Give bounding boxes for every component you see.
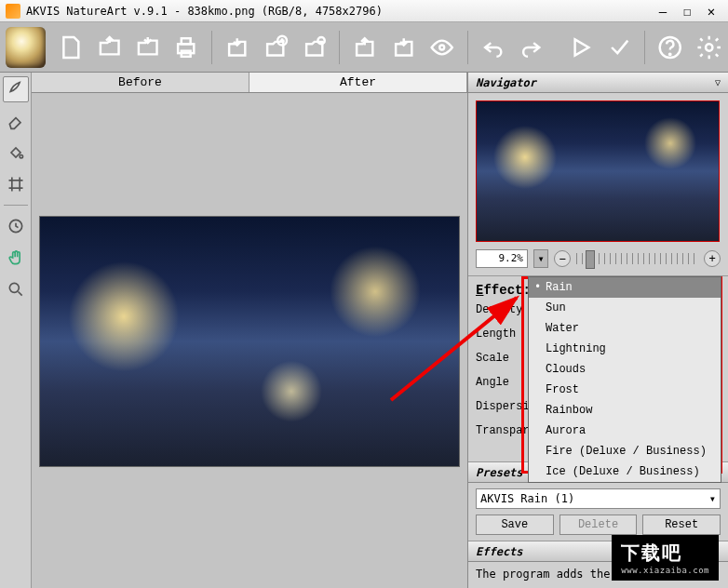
eraser-tool[interactable] <box>3 108 29 134</box>
hand-tool[interactable] <box>3 245 29 271</box>
chevron-down-icon: ▾ <box>709 492 716 505</box>
svg-rect-1 <box>182 38 191 44</box>
window-title: AKVIS NatureArt v.9.1 - 838kmo.png (RGB/… <box>26 5 652 18</box>
save-icon[interactable] <box>134 33 161 61</box>
close-button[interactable]: ✕ <box>700 3 722 20</box>
maximize-button[interactable]: ☐ <box>676 3 698 20</box>
effect-option-water[interactable]: Water <box>529 318 721 339</box>
bucket-tool[interactable] <box>3 140 29 166</box>
effect-option-aurora[interactable]: Aurora <box>529 421 721 441</box>
effect-option-clouds[interactable]: Clouds <box>529 359 721 380</box>
preset-selected: AKVIS Rain (1) <box>480 492 574 505</box>
navigator-title: Navigator <box>476 76 536 89</box>
presets-title: Presets <box>476 466 523 479</box>
preset-select[interactable]: AKVIS Rain (1) ▾ <box>476 488 721 509</box>
view-tabs: Before After <box>32 73 467 93</box>
preset-delete-button[interactable]: Delete <box>559 514 638 535</box>
svg-point-7 <box>669 53 670 54</box>
titlebar: AKVIS NatureArt v.9.1 - 838kmo.png (RGB/… <box>0 0 728 22</box>
preview-icon[interactable] <box>428 33 455 61</box>
effect-option-fire[interactable]: Fire (Deluxe / Business) <box>529 441 721 461</box>
app-logo-icon <box>6 27 46 68</box>
new-document-icon[interactable] <box>57 33 84 61</box>
zoom-slider[interactable] <box>576 253 698 264</box>
tab-after[interactable]: After <box>249 73 467 92</box>
preset-reset-button[interactable]: Reset <box>642 514 721 535</box>
svg-point-12 <box>9 283 19 292</box>
svg-point-9 <box>20 155 22 158</box>
batch-in-icon[interactable] <box>351 33 378 61</box>
history-brush-tool[interactable] <box>3 213 29 239</box>
effect-label: Effect: <box>476 283 531 298</box>
zoom-tool[interactable] <box>3 276 29 302</box>
tab-before[interactable]: Before <box>32 73 249 92</box>
effects-footer-title: Effects <box>476 545 523 558</box>
effect-dropdown[interactable]: Rain Sun Water Lightning Clouds Frost Ra… <box>528 276 721 483</box>
canvas-area: Before After <box>32 73 467 588</box>
zoom-dropdown[interactable]: ▾ <box>533 249 548 268</box>
svg-point-5 <box>439 45 444 49</box>
run-icon[interactable] <box>567 33 594 61</box>
import-icon[interactable] <box>223 33 250 61</box>
print-icon[interactable] <box>172 33 199 61</box>
app-small-icon <box>6 4 20 19</box>
presets-panel: AKVIS Rain (1) ▾ Save Delete Reset <box>468 483 728 541</box>
settings-icon[interactable] <box>695 33 722 61</box>
effect-option-lightning[interactable]: Lightning <box>529 339 721 359</box>
watermark-url: www.xiazaiba.com <box>621 566 709 575</box>
batch-out-icon[interactable] <box>390 33 417 61</box>
transform-tool[interactable] <box>3 171 29 197</box>
effect-section: Effect: Rain Sun Water Lightning Clouds … <box>468 276 728 462</box>
selection-tool[interactable] <box>3 76 29 102</box>
watermark-text: 下载吧 <box>621 541 682 564</box>
open-icon[interactable] <box>96 33 123 61</box>
right-panel: Navigator ▽ 9.2% ▾ − + Effect: Rain Sun … <box>467 73 728 588</box>
navigator-panel: 9.2% ▾ − + <box>468 93 728 276</box>
minimize-button[interactable]: — <box>652 3 674 20</box>
navigator-thumbnail[interactable] <box>476 100 720 242</box>
canvas[interactable] <box>32 93 467 588</box>
svg-point-8 <box>706 44 712 50</box>
zoom-in-button[interactable]: + <box>704 250 721 267</box>
preset-save-button[interactable]: Save <box>476 514 554 535</box>
canvas-image <box>39 216 460 467</box>
apply-icon[interactable] <box>606 33 633 61</box>
effect-option-frost[interactable]: Frost <box>529 380 721 400</box>
watermark: 下载吧 www.xiazaiba.com <box>612 535 719 581</box>
effect-option-rain[interactable]: Rain <box>529 277 721 298</box>
left-toolbox <box>0 73 32 588</box>
help-icon[interactable] <box>656 33 683 61</box>
collapse-icon[interactable]: ▽ <box>715 77 721 87</box>
zoom-value[interactable]: 9.2% <box>476 249 528 268</box>
navigator-header[interactable]: Navigator ▽ <box>468 73 728 93</box>
export-add-icon[interactable] <box>262 33 289 61</box>
undo-icon[interactable] <box>479 33 506 61</box>
zoom-out-button[interactable]: − <box>554 250 571 267</box>
redo-icon[interactable] <box>518 33 545 61</box>
effect-option-rainbow[interactable]: Rainbow <box>529 400 721 421</box>
svg-rect-10 <box>11 180 19 188</box>
effect-option-sun[interactable]: Sun <box>529 298 721 318</box>
export-settings-icon[interactable] <box>301 33 328 61</box>
main-toolbar <box>0 22 728 73</box>
effect-option-ice[interactable]: Ice (Deluxe / Business) <box>529 461 721 482</box>
